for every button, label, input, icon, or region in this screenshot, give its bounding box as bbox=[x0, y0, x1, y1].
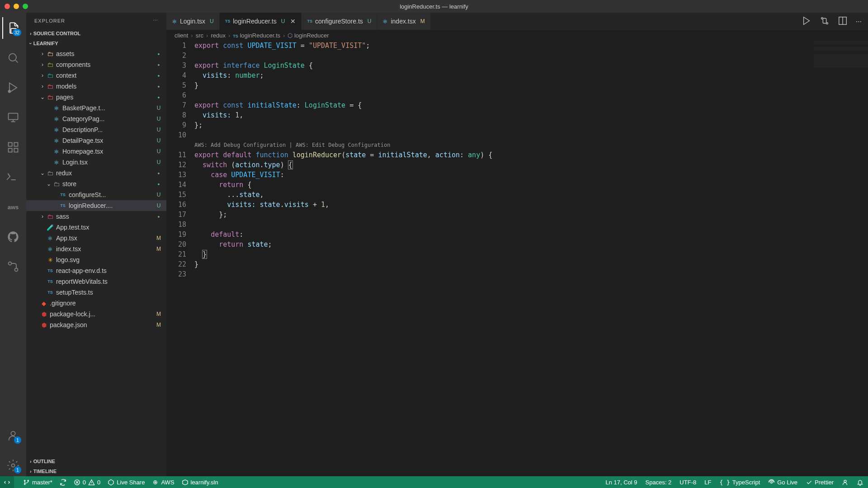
folder-item[interactable]: ⌄🗀redux● bbox=[26, 168, 166, 178]
tab-Login-tsx[interactable]: ⚛Login.tsxU bbox=[166, 13, 220, 30]
tab-configureStore-ts[interactable]: TSconfigureStore.tsU bbox=[302, 13, 377, 30]
activity-bar: 32 aws 1 1 bbox=[0, 13, 26, 476]
split-editor-icon[interactable] bbox=[838, 16, 848, 27]
section-timeline[interactable]: › TIMELINE bbox=[26, 466, 166, 476]
file-item[interactable]: ⬢package-lock.j...M bbox=[26, 309, 166, 319]
powershell-icon[interactable] bbox=[2, 166, 24, 188]
branch-button[interactable]: master* bbox=[23, 479, 52, 486]
sidebar-header: EXPLORER ⋯ bbox=[26, 13, 166, 28]
tab-index-tsx[interactable]: ⚛index.tsxM bbox=[377, 13, 430, 30]
file-item[interactable]: ⚛DetailPage.tsxU bbox=[26, 135, 166, 146]
settings-icon[interactable]: 1 bbox=[2, 455, 24, 476]
code-content[interactable]: export const UPDATE_VISIT = "UPDATE_VISI… bbox=[194, 41, 868, 476]
file-item[interactable]: ⚛DescriptionP...U bbox=[26, 124, 166, 135]
language-mode[interactable]: { } TypeScript bbox=[719, 479, 760, 486]
extensions-icon[interactable] bbox=[2, 136, 24, 158]
file-item[interactable]: TSreact-app-env.d.ts bbox=[26, 265, 166, 276]
svg-point-10 bbox=[12, 464, 15, 467]
folder-item[interactable]: ›🗀sass● bbox=[26, 211, 166, 222]
liveshare-button[interactable]: Live Share bbox=[108, 479, 145, 486]
chevron-right-icon: › bbox=[30, 459, 32, 464]
feedback-icon[interactable] bbox=[842, 479, 849, 486]
file-item[interactable]: TSreportWebVitals.ts bbox=[26, 276, 166, 287]
prettier-button[interactable]: Prettier bbox=[806, 479, 834, 486]
svg-rect-4 bbox=[14, 143, 18, 146]
file-item[interactable]: ⚛index.tsxM bbox=[26, 244, 166, 254]
folder-item[interactable]: ⌄🗀pages● bbox=[26, 92, 166, 103]
file-item[interactable]: ⚛CategoryPag...U bbox=[26, 113, 166, 124]
window-title: loginReducer.ts — learnify bbox=[400, 3, 468, 10]
tab-loginReducer-ts[interactable]: TSloginReducer.tsU✕ bbox=[220, 13, 302, 30]
cursor-position[interactable]: Ln 17, Col 9 bbox=[605, 479, 637, 486]
git-compare-icon[interactable] bbox=[820, 16, 830, 27]
aws-button[interactable]: AWS bbox=[152, 479, 174, 486]
section-outline[interactable]: › OUTLINE bbox=[26, 456, 166, 466]
statusbar: master* 0 0 Live Share AWS learnify.sln … bbox=[0, 476, 868, 488]
breadcrumb-segment[interactable]: ⬡ loginReducer bbox=[288, 32, 329, 39]
svg-point-20 bbox=[844, 480, 846, 482]
folder-item[interactable]: ›🗀context● bbox=[26, 70, 166, 81]
close-window[interactable] bbox=[5, 4, 10, 9]
svg-point-15 bbox=[24, 483, 26, 485]
breadcrumb-segment[interactable]: src bbox=[196, 32, 203, 39]
bell-icon[interactable] bbox=[857, 479, 863, 486]
more-icon[interactable]: ⋯ bbox=[153, 18, 158, 23]
file-item[interactable]: ⚛Homepage.tsxU bbox=[26, 146, 166, 157]
breadcrumb[interactable]: client›src›redux›TS loginReducer.ts›⬡ lo… bbox=[166, 30, 868, 41]
folder-item[interactable]: ›🗀assets● bbox=[26, 48, 166, 59]
indentation[interactable]: Spaces: 2 bbox=[646, 479, 672, 486]
account-badge: 1 bbox=[14, 436, 21, 444]
svg-point-1 bbox=[9, 90, 11, 93]
folder-item[interactable]: ⌄🗀store● bbox=[26, 178, 166, 189]
minimize-window[interactable] bbox=[14, 4, 19, 9]
svg-point-9 bbox=[11, 432, 15, 436]
gitlens-icon[interactable] bbox=[2, 256, 24, 277]
folder-item[interactable]: ›🗀components● bbox=[26, 59, 166, 70]
eol[interactable]: LF bbox=[704, 479, 711, 486]
more-icon[interactable]: ⋯ bbox=[856, 18, 862, 25]
breadcrumb-segment[interactable]: redux bbox=[211, 32, 226, 39]
file-item[interactable]: ✳logo.svg bbox=[26, 254, 166, 265]
problems-button[interactable]: 0 0 bbox=[74, 479, 100, 486]
chevron-right-icon: › bbox=[30, 31, 32, 36]
golive-button[interactable]: Go Live bbox=[768, 479, 797, 486]
svg-rect-3 bbox=[9, 143, 12, 146]
file-item[interactable]: ⚛BasketPage.t...U bbox=[26, 103, 166, 113]
remote-button[interactable] bbox=[0, 476, 14, 488]
svg-point-19 bbox=[771, 481, 773, 483]
solution-button[interactable]: learnify.sln bbox=[182, 479, 218, 486]
sidebar-title: EXPLORER bbox=[34, 18, 65, 23]
search-icon[interactable] bbox=[2, 47, 24, 69]
section-source-control[interactable]: › SOURCE CONTROL bbox=[26, 28, 166, 38]
file-item[interactable]: ⚛App.tsxM bbox=[26, 233, 166, 244]
svg-rect-6 bbox=[14, 148, 18, 152]
sync-button[interactable] bbox=[60, 479, 66, 486]
run-icon[interactable] bbox=[802, 16, 811, 27]
explorer-icon[interactable]: 32 bbox=[2, 17, 24, 39]
file-item[interactable]: TSloginReducer....U bbox=[26, 200, 166, 211]
code-editor[interactable]: 12345678910 11121314151617181920212223 e… bbox=[166, 41, 868, 476]
github-icon[interactable] bbox=[2, 226, 24, 248]
maximize-window[interactable] bbox=[23, 4, 28, 9]
file-item[interactable]: TSsetupTests.ts bbox=[26, 287, 166, 298]
svg-point-16 bbox=[28, 480, 29, 481]
titlebar: loginReducer.ts — learnify bbox=[0, 0, 868, 13]
remote-explorer-icon[interactable] bbox=[2, 107, 24, 128]
breadcrumb-segment[interactable]: TS loginReducer.ts bbox=[233, 32, 280, 39]
file-item[interactable]: ◆.gitignore bbox=[26, 298, 166, 309]
encoding[interactable]: UTF-8 bbox=[679, 479, 696, 486]
file-item[interactable]: 🧪App.test.tsx bbox=[26, 222, 166, 233]
file-item[interactable]: ⚛Login.tsxU bbox=[26, 157, 166, 168]
close-icon[interactable]: ✕ bbox=[290, 18, 296, 25]
account-icon[interactable]: 1 bbox=[2, 425, 24, 446]
file-item[interactable]: TSconfigureSt...U bbox=[26, 189, 166, 200]
aws-icon[interactable]: aws bbox=[2, 196, 24, 218]
minimap[interactable] bbox=[814, 41, 868, 95]
svg-rect-5 bbox=[9, 148, 12, 152]
folder-item[interactable]: ›🗀models● bbox=[26, 81, 166, 92]
breadcrumb-segment[interactable]: client bbox=[175, 32, 188, 39]
run-debug-icon[interactable] bbox=[2, 77, 24, 99]
section-project[interactable]: › LEARNIFY bbox=[26, 38, 166, 48]
tabs: ⚛Login.tsxUTSloginReducer.tsU✕TSconfigur… bbox=[166, 13, 868, 30]
file-item[interactable]: ⬢package.jsonM bbox=[26, 319, 166, 330]
